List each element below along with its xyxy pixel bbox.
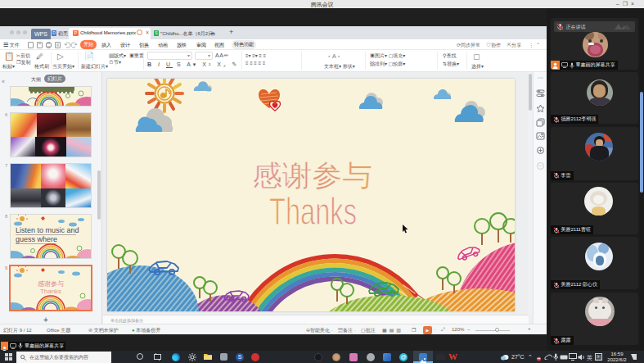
svg-text:Thanks: Thanks xyxy=(269,190,357,233)
svg-text:感谢参与: 感谢参与 xyxy=(38,280,64,288)
svg-text:Listen to music and: Listen to music and xyxy=(16,226,79,234)
svg-text:感谢参与: 感谢参与 xyxy=(252,159,372,191)
svg-text:guess where: guess where xyxy=(16,235,57,243)
svg-text:Thanks: Thanks xyxy=(40,288,61,295)
